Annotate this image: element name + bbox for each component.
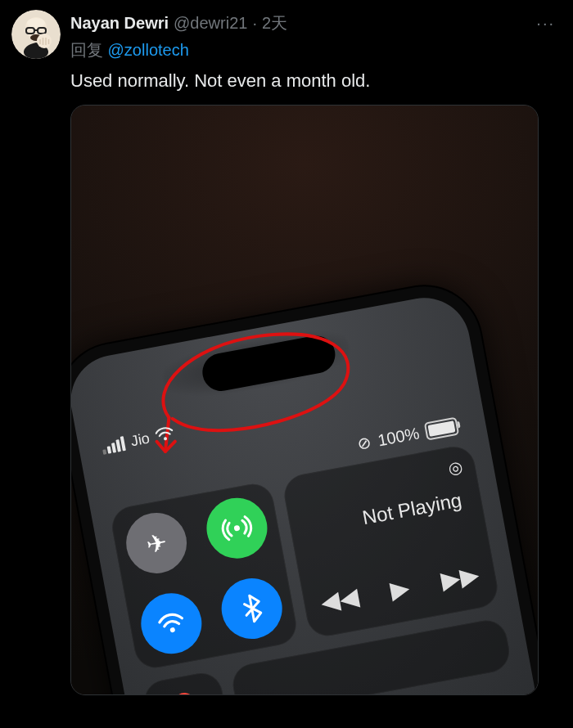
avatar-image <box>11 10 61 59</box>
more-button[interactable]: ··· <box>530 10 562 36</box>
reply-line: 回复 @zollotech <box>70 39 562 61</box>
wifi-toggle[interactable] <box>136 588 206 658</box>
tweet-media[interactable]: Jio ⊘ 100% <box>70 105 539 695</box>
now-playing-tile[interactable]: ◎ Not Playing ◀◀ ▶ ▶▶ <box>281 443 500 639</box>
tweet-content: Nayan Dewri @dewri21 · 2天 ··· 回复 @zollot… <box>70 10 562 695</box>
play-icon[interactable]: ▶ <box>388 572 412 604</box>
cellular-icon <box>218 509 256 547</box>
bluetooth-toggle[interactable] <box>217 573 287 643</box>
wifi-status-icon <box>155 425 175 446</box>
rotation-lock-icon <box>165 683 204 694</box>
svg-point-7 <box>37 34 52 48</box>
tweet-text: Used normally. Not even a month old. <box>70 70 562 93</box>
photo: Jio ⊘ 100% <box>71 106 538 694</box>
status-bar: Jio <box>101 425 175 456</box>
next-track-icon[interactable]: ▶▶ <box>439 559 481 595</box>
media-controls: ◀◀ ▶ ▶▶ <box>302 556 497 619</box>
now-playing-label: Not Playing <box>361 488 464 529</box>
timestamp[interactable]: 2天 <box>262 13 287 33</box>
tweet-header: Nayan Dewri @dewri21 · 2天 ··· <box>70 10 562 36</box>
alarm-icon: ⊘ <box>356 432 373 454</box>
airplay-icon[interactable]: ◎ <box>446 456 463 479</box>
connectivity-tile: ✈ <box>109 480 300 671</box>
separator-dot: · <box>252 13 257 33</box>
cellular-toggle[interactable] <box>201 492 272 563</box>
display-name[interactable]: Nayan Dewri <box>70 13 169 33</box>
svg-point-12 <box>164 437 168 441</box>
phone-screen: Jio ⊘ 100% <box>70 290 539 695</box>
airplane-toggle[interactable]: ✈ <box>121 507 192 577</box>
tweet: Nayan Dewri @dewri21 · 2天 ··· 回复 @zollot… <box>0 0 573 695</box>
rotation-lock-tile[interactable] <box>141 669 228 694</box>
prev-track-icon[interactable]: ◀◀ <box>318 582 361 617</box>
svg-point-13 <box>233 524 240 531</box>
battery-percent: 100% <box>377 423 421 449</box>
svg-point-14 <box>169 627 175 632</box>
reply-mention[interactable]: @zollotech <box>108 41 189 59</box>
airplane-icon: ✈ <box>144 527 169 559</box>
reply-prefix: 回复 <box>70 41 103 59</box>
phone: Jio ⊘ 100% <box>70 276 539 694</box>
svg-point-2 <box>27 18 45 28</box>
user-handle[interactable]: @dewri21 <box>174 13 247 33</box>
carrier-label: Jio <box>129 429 151 450</box>
signal-bars-icon <box>101 435 126 454</box>
avatar[interactable] <box>11 10 61 59</box>
bluetooth-icon <box>232 589 271 627</box>
wifi-icon <box>152 604 191 643</box>
battery-icon <box>424 416 459 440</box>
